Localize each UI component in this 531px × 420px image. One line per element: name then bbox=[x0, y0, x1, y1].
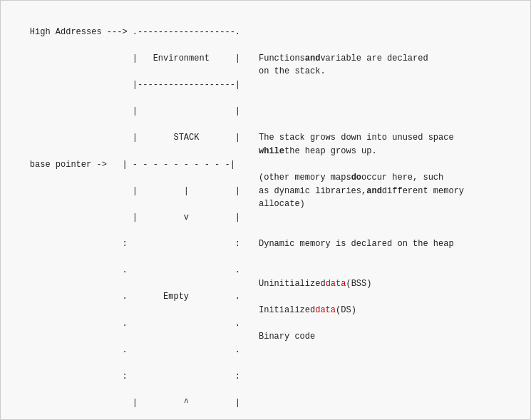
right-line-11 bbox=[259, 158, 522, 172]
base-ptr-line: base pointer -> | - - - - - - - - - -| bbox=[30, 160, 235, 170]
stack-line: | STACK | bbox=[30, 133, 240, 143]
right-line-4: on the stack. bbox=[259, 65, 522, 78]
diagram-left: High Addresses ---> .-------------------… bbox=[9, 12, 252, 408]
colon1-line: : : bbox=[30, 239, 240, 249]
right-line-22: Initialized data (DS) bbox=[259, 304, 522, 317]
right-line-19 bbox=[259, 264, 522, 277]
text-on-stack: on the stack. bbox=[259, 65, 326, 78]
empty1-line: | | bbox=[30, 106, 240, 116]
env-line: | Environment | bbox=[30, 53, 240, 63]
right-line-18 bbox=[259, 251, 522, 265]
text-ds: (DS) bbox=[336, 304, 356, 317]
right-line-6 bbox=[259, 92, 522, 106]
right-line-16 bbox=[259, 225, 522, 238]
right-line-3: Functions and variable are declared bbox=[259, 52, 522, 66]
right-line-5 bbox=[259, 78, 522, 92]
right-line-10: while the heap grows up. bbox=[259, 145, 522, 158]
down1-line: | | | bbox=[30, 186, 240, 196]
main-container: High Addresses ---> .-------------------… bbox=[0, 0, 531, 420]
keyword-data-ds: data bbox=[315, 304, 336, 317]
right-line-13: as dynamic libraries, and different memo… bbox=[259, 185, 522, 198]
text-dynamic-mem: Dynamic memory is declared on the heap bbox=[259, 237, 454, 251]
keyword-data-bss: data bbox=[326, 277, 346, 291]
down2-line: | v | bbox=[30, 212, 240, 222]
keyword-and-2: and bbox=[366, 185, 382, 198]
text-functions: Functions bbox=[259, 52, 305, 66]
right-line-12: (other memory maps do occur here, such bbox=[259, 171, 522, 185]
right-line-0 bbox=[259, 12, 522, 26]
colon2-line: : : bbox=[30, 372, 240, 381]
text-init: Initialized bbox=[259, 304, 315, 317]
right-line-14: allocate) bbox=[259, 198, 522, 211]
text-occur: occur here, such bbox=[361, 171, 443, 185]
right-line-1 bbox=[259, 26, 522, 39]
right-line-24: Binary code bbox=[259, 330, 522, 344]
diagram-right: Functions and variable are declared on t… bbox=[252, 12, 522, 408]
keyword-and-1: and bbox=[305, 52, 321, 66]
right-line-2 bbox=[259, 39, 522, 52]
right-line-23 bbox=[259, 317, 522, 331]
right-line-21 bbox=[259, 290, 522, 304]
text-binary: Binary code bbox=[259, 330, 315, 344]
empty-label-line: . Empty . bbox=[30, 292, 240, 302]
text-different: different memory bbox=[382, 185, 464, 198]
right-line-8 bbox=[259, 118, 522, 132]
dot2-line: . . bbox=[30, 319, 240, 329]
text-allocate: allocate) bbox=[259, 198, 305, 211]
text-dynamic: as dynamic libraries, bbox=[259, 185, 366, 198]
text-bss: (BSS) bbox=[346, 277, 371, 291]
text-variable: variable are declared bbox=[320, 52, 428, 66]
keyword-do: do bbox=[351, 171, 361, 185]
right-line-20: Uninitialized data (BSS) bbox=[259, 277, 522, 291]
right-line-15 bbox=[259, 211, 522, 225]
dot1-line: . . bbox=[30, 265, 240, 275]
right-line-25 bbox=[259, 344, 522, 357]
up1-line: | ^ | bbox=[30, 398, 240, 408]
text-uninit: Uninitialized bbox=[259, 277, 326, 291]
sep1-line: |-------------------| bbox=[30, 80, 240, 90]
right-line-7 bbox=[259, 105, 522, 118]
text-other-maps: (other memory maps bbox=[259, 171, 351, 185]
keyword-while: while bbox=[259, 145, 284, 158]
dot3-line: . . bbox=[30, 345, 240, 355]
high-addr-line: High Addresses ---> .-------------------… bbox=[30, 27, 240, 37]
text-stack-grows: The stack grows down into unused space bbox=[259, 131, 454, 145]
text-heap-grows: the heap grows up. bbox=[284, 145, 377, 158]
right-line-9: The stack grows down into unused space bbox=[259, 131, 522, 145]
right-line-17: Dynamic memory is declared on the heap bbox=[259, 237, 522, 251]
